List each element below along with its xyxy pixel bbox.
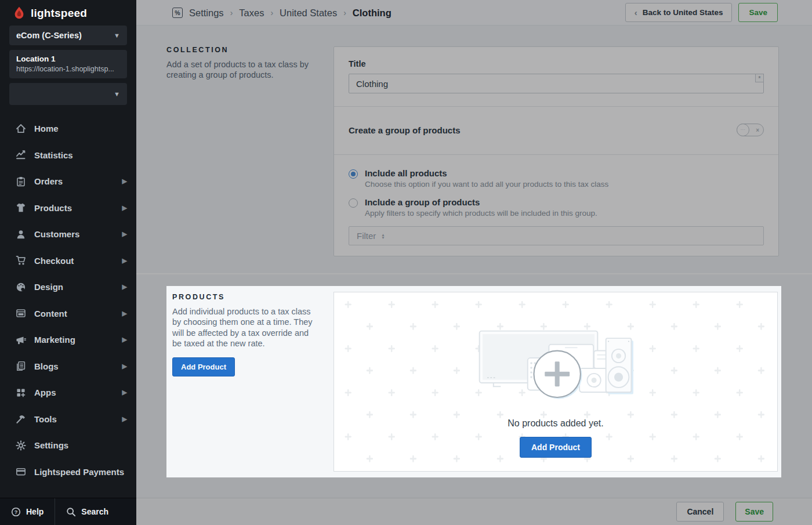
empty-state-add-product-button[interactable]: Add Product	[520, 437, 592, 458]
search-label: Search	[81, 507, 108, 516]
chevron-right-icon: ▶	[122, 230, 127, 238]
option-include-group-of-products[interactable]: Include a group of products Apply filter…	[349, 197, 764, 218]
chevron-right-icon: ▶	[122, 336, 127, 343]
collection-heading: COLLECTION	[166, 46, 311, 54]
option-include-all-products[interactable]: Include all products Choose this option …	[349, 168, 764, 189]
chevron-left-icon: ‹	[635, 10, 637, 16]
sidebar-item-settings[interactable]: Settings	[0, 432, 136, 459]
chevron-right-icon: ›	[270, 8, 273, 17]
group-toggle-label: Create a group of products	[349, 125, 461, 135]
title-label: Title	[349, 59, 764, 68]
collection-card: Title Clothing * Create a group of produ…	[334, 46, 779, 256]
breadcrumb-settings[interactable]: Settings	[189, 8, 224, 19]
chevron-right-icon: ›	[343, 8, 346, 17]
sidebar-item-label: Marketing	[34, 335, 75, 345]
dim-overlay-left	[136, 286, 166, 477]
header-save-button[interactable]: Save	[738, 3, 778, 22]
section-divider	[136, 273, 812, 274]
dim-overlay-right	[781, 286, 812, 477]
platform-select[interactable]: eCom (C-Series) ▼	[9, 26, 127, 45]
sidebar-item-orders[interactable]: Orders ▶	[0, 168, 136, 195]
chevron-right-icon: ▶	[122, 257, 127, 265]
title-input[interactable]: Clothing *	[349, 74, 764, 93]
sidebar-item-marketing[interactable]: Marketing ▶	[0, 327, 136, 353]
filter-select-value: Filter	[357, 231, 376, 241]
sidebar-item-lightspeed-payments[interactable]: Lightspeed Payments	[0, 459, 136, 486]
page-footer: Cancel Save	[136, 498, 812, 525]
sort-arrows-icon: ▲▼	[381, 233, 385, 239]
products-intro: PRODUCTS Add individual products to a ta…	[172, 293, 318, 376]
settings-icon	[16, 440, 26, 451]
sidebar-item-customers[interactable]: Customers ▶	[0, 221, 136, 248]
sidebar-item-label: Content	[34, 309, 67, 318]
cancel-button[interactable]: Cancel	[676, 502, 724, 522]
toggle-off-icon: ×	[756, 127, 759, 133]
breadcrumb-united-states[interactable]: United States	[280, 8, 337, 19]
sidebar-item-label: Customers	[34, 229, 79, 239]
sidebar-item-home[interactable]: Home	[0, 115, 136, 142]
chevron-right-icon: ▶	[122, 283, 127, 291]
marketing-icon	[16, 335, 26, 345]
tools-icon	[16, 414, 26, 424]
empty-state-message: No products added yet.	[334, 418, 777, 429]
breadcrumb-current: Clothing	[353, 8, 392, 19]
home-icon	[16, 124, 26, 134]
filter-select[interactable]: Filter ▲▼	[349, 226, 764, 245]
search-icon	[66, 507, 76, 517]
option-label: Include a group of products	[365, 197, 597, 207]
title-input-value: Clothing	[356, 79, 388, 89]
apps-icon	[16, 388, 26, 398]
flame-icon	[13, 6, 26, 20]
sidebar-item-apps[interactable]: Apps ▶	[0, 379, 136, 406]
sidebar-item-label: Checkout	[34, 256, 74, 266]
chevron-down-icon: ▼	[114, 32, 120, 39]
sidebar-item-blogs[interactable]: Blogs ▶	[0, 353, 136, 380]
location-name: Location 1	[16, 55, 120, 63]
chevron-right-icon: ▶	[122, 389, 127, 396]
sidebar-item-design[interactable]: Design ▶	[0, 274, 136, 300]
sidebar-item-label: Statistics	[34, 150, 73, 160]
tax-percent-icon: %	[172, 8, 183, 18]
required-marker: *	[755, 74, 764, 82]
group-toggle[interactable]: ⋯ ×	[737, 124, 764, 136]
sidebar-item-checkout[interactable]: Checkout ▶	[0, 248, 136, 274]
chevron-right-icon: ▶	[122, 178, 127, 185]
blogs-icon	[16, 361, 26, 371]
option-description: Apply filters to specify which products …	[365, 209, 597, 218]
breadcrumb-taxes[interactable]: Taxes	[239, 8, 264, 19]
chevron-right-icon: ›	[230, 8, 233, 17]
sidebar-item-label: Products	[34, 203, 72, 213]
search-button[interactable]: Search	[55, 498, 119, 525]
sidebar-item-content[interactable]: Content ▶	[0, 300, 136, 327]
breadcrumb: % Settings › Taxes › United States › Clo…	[172, 0, 392, 26]
content-icon	[16, 308, 26, 318]
products-section: PRODUCTS Add individual products to a ta…	[166, 286, 781, 477]
chevron-right-icon: ▶	[122, 363, 127, 370]
sidebar-item-products[interactable]: Products ▶	[0, 195, 136, 222]
svg-text:?: ?	[14, 509, 17, 515]
language-select[interactable]: ▼	[9, 83, 127, 105]
orders-icon	[16, 176, 26, 187]
products-heading: PRODUCTS	[172, 293, 318, 301]
sidebar-item-label: Apps	[34, 388, 56, 397]
add-product-button[interactable]: Add Product	[172, 357, 235, 376]
footer-save-button[interactable]: Save	[735, 502, 773, 522]
sidebar-item-statistics[interactable]: Statistics	[0, 142, 136, 169]
title-field-section: Title Clothing *	[334, 47, 778, 106]
radio-selected[interactable]	[349, 169, 358, 179]
sidebar-item-tools[interactable]: Tools ▶	[0, 406, 136, 433]
sidebar-item-label: Orders	[34, 176, 63, 186]
customers-icon	[16, 229, 26, 240]
location-card[interactable]: Location 1 https://location-1.shoplights…	[9, 50, 127, 78]
chevron-right-icon: ▶	[122, 415, 127, 423]
payments-icon	[16, 466, 26, 477]
help-button[interactable]: ? Help	[0, 498, 55, 525]
products-empty-panel: No products added yet. Add Product	[334, 292, 778, 472]
products-icon	[16, 202, 26, 213]
sidebar-nav: Home Statistics Orders ▶ Products ▶ Cust…	[0, 115, 136, 485]
back-to-united-states-button[interactable]: ‹ Back to United States	[625, 3, 733, 22]
radio-unselected[interactable]	[349, 198, 358, 208]
chevron-right-icon: ▶	[122, 310, 127, 317]
collection-description: Add a set of products to a tax class by …	[166, 59, 311, 81]
lightspeed-logo[interactable]: lightspeed	[0, 0, 136, 26]
